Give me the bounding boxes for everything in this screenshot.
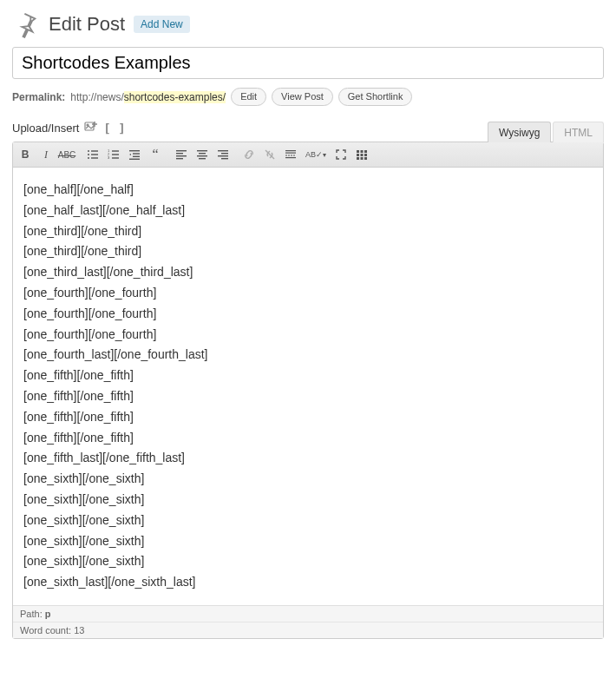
strikethrough-button[interactable]: ABC <box>57 145 76 164</box>
permalink-base: http://news/ <box>70 91 123 103</box>
content-line[interactable]: [one_fifth][/one_fifth] <box>23 407 593 428</box>
get-shortlink-button[interactable]: Get Shortlink <box>338 88 413 106</box>
svg-point-6 <box>88 157 89 159</box>
svg-point-2 <box>88 150 89 152</box>
outdent-button[interactable] <box>125 145 144 164</box>
align-center-button[interactable] <box>193 145 212 164</box>
edit-permalink-button[interactable]: Edit <box>231 88 266 106</box>
editor-path: Path: p <box>13 606 603 622</box>
kitchen-sink-button[interactable] <box>352 145 371 164</box>
svg-rect-27 <box>221 153 228 154</box>
permalink-label: Permalink: <box>12 91 65 103</box>
svg-rect-17 <box>129 159 140 160</box>
svg-rect-19 <box>176 153 183 154</box>
tab-html[interactable]: HTML <box>553 122 604 142</box>
svg-rect-26 <box>218 150 228 151</box>
svg-rect-16 <box>133 156 140 157</box>
align-left-button[interactable] <box>172 145 191 164</box>
view-post-button[interactable]: View Post <box>272 88 333 106</box>
svg-rect-36 <box>361 150 364 153</box>
svg-rect-3 <box>91 150 98 151</box>
add-new-button[interactable]: Add New <box>134 16 190 33</box>
svg-rect-37 <box>364 150 367 153</box>
content-line[interactable]: [one_third][/one_third] <box>23 221 593 242</box>
content-line[interactable]: [one_sixth][/one_sixth] <box>23 531 593 552</box>
svg-rect-22 <box>197 150 207 151</box>
page-title: Edit Post <box>49 13 125 36</box>
shortcode-icon[interactable]: [ ] <box>103 122 125 135</box>
svg-rect-13 <box>112 157 119 158</box>
svg-rect-7 <box>91 157 98 158</box>
spellcheck-button[interactable]: AB✓▾ <box>302 145 330 164</box>
svg-rect-38 <box>357 154 359 156</box>
svg-rect-20 <box>176 155 187 156</box>
svg-rect-32 <box>285 153 296 154</box>
thumbtack-icon <box>12 10 40 38</box>
content-line[interactable]: [one_sixth][/one_sixth] <box>23 551 593 572</box>
svg-rect-15 <box>133 153 140 154</box>
svg-rect-35 <box>357 150 359 153</box>
svg-rect-25 <box>199 158 206 159</box>
svg-rect-18 <box>176 150 187 151</box>
content-line[interactable]: [one_fourth][/one_fourth] <box>23 283 593 304</box>
italic-button[interactable]: I <box>36 145 56 164</box>
content-line[interactable]: [one_fifth_last][/one_fifth_last] <box>23 448 593 469</box>
content-line[interactable]: [one_fifth][/one_fifth] <box>23 386 593 407</box>
content-line[interactable]: [one_third][/one_third] <box>23 241 593 262</box>
content-line[interactable]: [one_fourth_last][/one_fourth_last] <box>23 345 593 366</box>
content-line[interactable]: [one_half][/one_half] <box>23 180 593 201</box>
svg-rect-41 <box>357 157 359 160</box>
editor-toolbar: B I ABC 123 “ <box>13 142 603 168</box>
content-line[interactable]: [one_sixth][/one_sixth] <box>23 510 593 531</box>
svg-rect-42 <box>361 157 364 160</box>
bold-button[interactable]: B <box>16 145 35 164</box>
more-tag-button[interactable] <box>281 145 300 164</box>
content-line[interactable]: [one_sixth][/one_sixth] <box>23 490 593 510</box>
svg-rect-9 <box>112 150 119 151</box>
align-right-button[interactable] <box>213 145 233 164</box>
svg-rect-21 <box>176 158 183 159</box>
svg-rect-39 <box>361 154 364 156</box>
svg-rect-31 <box>285 150 296 151</box>
content-line[interactable]: [one_fifth][/one_fifth] <box>23 428 593 449</box>
svg-rect-34 <box>285 157 296 158</box>
svg-rect-28 <box>218 155 228 156</box>
link-button[interactable] <box>239 145 259 164</box>
bullet-list-button[interactable] <box>83 145 102 164</box>
blockquote-button[interactable]: “ <box>146 145 165 164</box>
numbered-list-button[interactable]: 123 <box>104 145 123 164</box>
svg-rect-29 <box>221 158 228 159</box>
upload-insert-label: Upload/Insert <box>12 122 79 135</box>
content-line[interactable]: [one_fourth][/one_fourth] <box>23 304 593 325</box>
svg-rect-40 <box>364 154 367 156</box>
svg-rect-14 <box>129 150 140 151</box>
svg-text:3: 3 <box>108 155 110 160</box>
svg-rect-5 <box>91 154 98 155</box>
fullscreen-button[interactable] <box>331 145 351 164</box>
content-line[interactable]: [one_sixth_last][/one_sixth_last] <box>23 572 593 593</box>
tab-wysiwyg[interactable]: Wysiwyg <box>488 122 551 142</box>
content-line[interactable]: [one_sixth][/one_sixth] <box>23 469 593 490</box>
svg-rect-43 <box>364 157 367 160</box>
permalink-url: http://news/shortcodes-examples/ <box>70 91 226 103</box>
svg-rect-11 <box>112 154 119 155</box>
content-line[interactable]: [one_third_last][/one_third_last] <box>23 262 593 283</box>
content-line[interactable]: [one_half_last][/one_half_last] <box>23 201 593 221</box>
svg-rect-23 <box>199 153 206 154</box>
permalink-slug[interactable]: shortcodes-examples/ <box>124 91 226 103</box>
add-media-icon[interactable] <box>84 120 98 136</box>
svg-rect-24 <box>197 155 207 156</box>
word-count: Word count: 13 <box>13 622 603 638</box>
content-line[interactable]: [one_fifth][/one_fifth] <box>23 366 593 386</box>
editor-content-area[interactable]: [one_half][/one_half][one_half_last][/on… <box>13 168 603 605</box>
svg-point-4 <box>88 154 89 155</box>
content-line[interactable]: [one_fourth][/one_fourth] <box>23 325 593 346</box>
post-title-input[interactable] <box>12 47 604 79</box>
unlink-button[interactable] <box>260 145 279 164</box>
